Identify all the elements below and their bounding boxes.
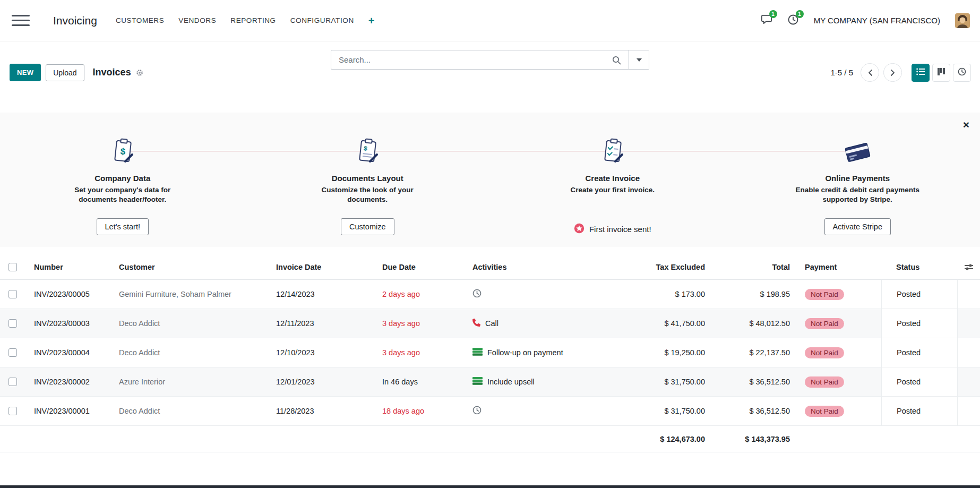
- tax-excluded: $ 173.00: [648, 290, 711, 298]
- payment-cell: Not Paid: [796, 376, 881, 388]
- header-total[interactable]: Total: [711, 263, 796, 271]
- row-checkbox[interactable]: [0, 290, 25, 298]
- tax-excluded: $ 19,250.00: [648, 348, 711, 357]
- credit-card-icon: [843, 136, 872, 166]
- search-input[interactable]: [331, 50, 629, 69]
- step-description: Set your company's data for documents he…: [68, 185, 177, 204]
- money-icon[interactable]: [472, 348, 483, 357]
- table-row[interactable]: INV/2023/00003 Deco Addict 12/11/2023 3 …: [0, 309, 980, 338]
- invoice-date: 11/28/2023: [268, 407, 374, 415]
- invoice-customer: Deco Addict: [110, 348, 268, 357]
- clock-icon[interactable]: [472, 289, 482, 299]
- table-row[interactable]: INV/2023/00001 Deco Addict 11/28/2023 18…: [0, 397, 980, 426]
- invoice-number: INV/2023/00004: [25, 348, 110, 357]
- messages-badge: 1: [769, 10, 777, 18]
- clipboard-checklist-icon: [598, 136, 627, 166]
- plus-icon[interactable]: +: [368, 15, 375, 26]
- lets-start-button[interactable]: Let's start!: [97, 218, 149, 235]
- header-number[interactable]: Number: [25, 263, 110, 271]
- activate-stripe-button[interactable]: Activate Stripe: [824, 218, 891, 235]
- menu-configuration[interactable]: CONFIGURATION: [290, 16, 354, 24]
- header-payment[interactable]: Payment: [796, 263, 881, 271]
- table-header-row: Number Customer Invoice Date Due Date Ac…: [0, 254, 980, 280]
- gear-icon[interactable]: [136, 69, 143, 76]
- pager-next-button[interactable]: [883, 63, 902, 82]
- step-title: Online Payments: [825, 174, 890, 183]
- activity-cell[interactable]: [464, 406, 648, 416]
- tax-excluded-sum: $ 124,673.00: [648, 435, 711, 443]
- select-all-checkbox[interactable]: [0, 263, 25, 271]
- messages-button[interactable]: 1: [761, 14, 772, 27]
- invoice-number: INV/2023/00002: [25, 378, 110, 386]
- payment-badge: Not Paid: [805, 376, 844, 388]
- search-dropdown-toggle[interactable]: [629, 50, 649, 69]
- status-cell: Posted: [881, 367, 958, 396]
- payment-cell: Not Paid: [796, 347, 881, 358]
- table-row[interactable]: INV/2023/00005 Gemini Furniture, Soham P…: [0, 280, 980, 309]
- status-cell: Posted: [881, 397, 958, 425]
- list-icon: [916, 68, 925, 77]
- kanban-view-button[interactable]: [932, 64, 950, 82]
- table-row[interactable]: INV/2023/00002 Azure Interior 12/01/2023…: [0, 367, 980, 397]
- list-view-button[interactable]: [912, 64, 930, 82]
- search-icon[interactable]: [612, 56, 621, 67]
- row-checkbox[interactable]: [0, 348, 25, 357]
- invoice-number: INV/2023/00003: [25, 319, 110, 328]
- pager-counter: 1-5 / 5: [830, 68, 853, 77]
- row-checkbox[interactable]: [0, 319, 25, 328]
- menu-vendors[interactable]: VENDORS: [178, 16, 216, 24]
- header-status[interactable]: Status: [881, 254, 958, 279]
- status-cell: Posted: [881, 309, 958, 338]
- total-sum: $ 143,373.95: [711, 435, 796, 443]
- user-avatar[interactable]: [955, 13, 970, 28]
- due-date: 3 days ago: [374, 319, 464, 328]
- activities-button[interactable]: 1: [787, 14, 799, 28]
- pager-previous-button[interactable]: [861, 63, 879, 82]
- onboarding-step-online-payments: Online Payments Enable credit & debit ca…: [735, 136, 980, 235]
- header-due-date[interactable]: Due Date: [374, 263, 464, 271]
- phone-icon[interactable]: [472, 319, 480, 328]
- payment-badge: Not Paid: [805, 347, 844, 358]
- company-switcher[interactable]: MY COMPANY (SAN FRANCISCO): [814, 16, 940, 25]
- hamburger-menu-icon[interactable]: [12, 15, 30, 26]
- row-checkbox[interactable]: [0, 378, 25, 386]
- due-date: 3 days ago: [374, 348, 464, 357]
- clock-icon[interactable]: [472, 406, 482, 416]
- status-cell: Posted: [881, 280, 958, 309]
- invoice-list: Number Customer Invoice Date Due Date Ac…: [0, 254, 980, 452]
- customize-button[interactable]: Customize: [341, 218, 394, 235]
- activity-cell[interactable]: Call: [464, 319, 648, 328]
- row-checkbox[interactable]: [0, 407, 25, 415]
- payment-cell: Not Paid: [796, 289, 881, 300]
- step-done-text: First invoice sent!: [589, 225, 651, 234]
- new-button[interactable]: NEW: [10, 64, 41, 81]
- activity-view-button[interactable]: [953, 64, 971, 82]
- tax-excluded: $ 41,750.00: [648, 319, 711, 328]
- invoice-customer: Deco Addict: [110, 407, 268, 415]
- optional-columns-icon[interactable]: [958, 263, 980, 271]
- menu-reporting[interactable]: REPORTING: [230, 16, 276, 24]
- payment-cell: Not Paid: [796, 318, 881, 329]
- step-title: Company Data: [94, 174, 150, 183]
- upload-button[interactable]: Upload: [46, 64, 84, 81]
- step-description: Create your first invoice.: [571, 185, 655, 195]
- invoice-customer: Azure Interior: [110, 378, 268, 386]
- header-customer[interactable]: Customer: [110, 263, 268, 271]
- money-icon[interactable]: [472, 377, 483, 387]
- activity-cell[interactable]: Include upsell: [464, 377, 648, 387]
- activity-cell[interactable]: Follow-up on payment: [464, 348, 648, 357]
- step-title: Documents Layout: [332, 174, 403, 183]
- view-switcher: [912, 64, 971, 82]
- table-row[interactable]: INV/2023/00004 Deco Addict 12/10/2023 3 …: [0, 338, 980, 367]
- app-title[interactable]: Invoicing: [53, 14, 97, 27]
- invoice-customer: Deco Addict: [110, 319, 268, 328]
- invoice-number: INV/2023/00005: [25, 290, 110, 298]
- header-invoice-date[interactable]: Invoice Date: [268, 263, 374, 271]
- due-date: In 46 days: [374, 378, 464, 386]
- payment-cell: Not Paid: [796, 406, 881, 417]
- menu-customers[interactable]: CUSTOMERS: [116, 16, 164, 24]
- header-tax-excluded[interactable]: Tax Excluded: [648, 263, 711, 271]
- activity-cell[interactable]: [464, 289, 648, 299]
- step-description: Customize the look of your documents.: [313, 185, 422, 204]
- header-activities[interactable]: Activities: [464, 263, 648, 271]
